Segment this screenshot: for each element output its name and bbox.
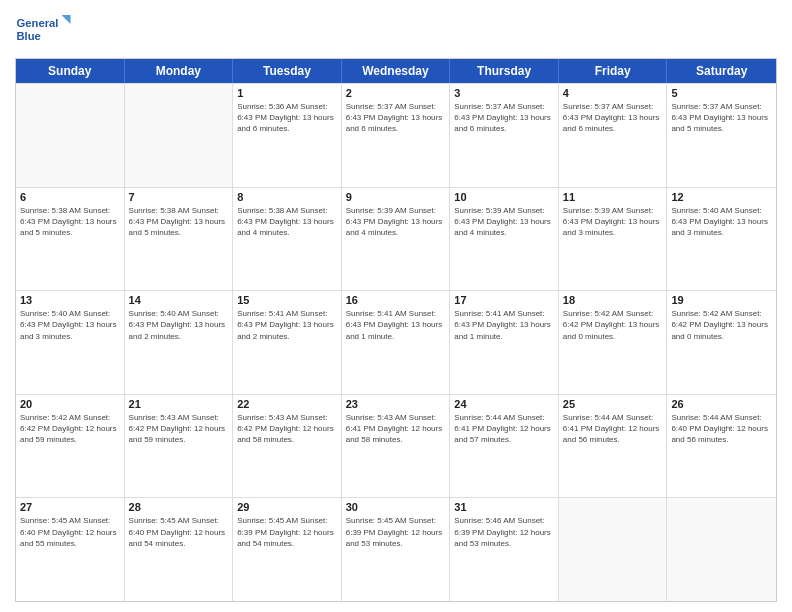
day-cell-21: 21Sunrise: 5:43 AM Sunset: 6:42 PM Dayli… — [125, 395, 234, 498]
day-info: Sunrise: 5:37 AM Sunset: 6:43 PM Dayligh… — [671, 101, 772, 135]
day-header-thursday: Thursday — [450, 59, 559, 83]
day-cell-3: 3Sunrise: 5:37 AM Sunset: 6:43 PM Daylig… — [450, 84, 559, 187]
day-cell-24: 24Sunrise: 5:44 AM Sunset: 6:41 PM Dayli… — [450, 395, 559, 498]
page: General Blue SundayMondayTuesdayWednesda… — [0, 0, 792, 612]
day-header-sunday: Sunday — [16, 59, 125, 83]
day-cell-19: 19Sunrise: 5:42 AM Sunset: 6:42 PM Dayli… — [667, 291, 776, 394]
day-cell-28: 28Sunrise: 5:45 AM Sunset: 6:40 PM Dayli… — [125, 498, 234, 601]
calendar-header: SundayMondayTuesdayWednesdayThursdayFrid… — [16, 59, 776, 83]
day-cell-6: 6Sunrise: 5:38 AM Sunset: 6:43 PM Daylig… — [16, 188, 125, 291]
day-number: 11 — [563, 191, 663, 203]
day-cell-15: 15Sunrise: 5:41 AM Sunset: 6:43 PM Dayli… — [233, 291, 342, 394]
week-row-5: 27Sunrise: 5:45 AM Sunset: 6:40 PM Dayli… — [16, 497, 776, 601]
day-number: 21 — [129, 398, 229, 410]
day-number: 3 — [454, 87, 554, 99]
day-number: 7 — [129, 191, 229, 203]
day-info: Sunrise: 5:38 AM Sunset: 6:43 PM Dayligh… — [20, 205, 120, 239]
day-header-wednesday: Wednesday — [342, 59, 451, 83]
calendar: SundayMondayTuesdayWednesdayThursdayFrid… — [15, 58, 777, 602]
day-info: Sunrise: 5:36 AM Sunset: 6:43 PM Dayligh… — [237, 101, 337, 135]
day-cell-11: 11Sunrise: 5:39 AM Sunset: 6:43 PM Dayli… — [559, 188, 668, 291]
day-number: 22 — [237, 398, 337, 410]
day-cell-16: 16Sunrise: 5:41 AM Sunset: 6:43 PM Dayli… — [342, 291, 451, 394]
day-info: Sunrise: 5:40 AM Sunset: 6:43 PM Dayligh… — [20, 308, 120, 342]
day-info: Sunrise: 5:41 AM Sunset: 6:43 PM Dayligh… — [346, 308, 446, 342]
day-info: Sunrise: 5:45 AM Sunset: 6:39 PM Dayligh… — [237, 515, 337, 549]
day-info: Sunrise: 5:43 AM Sunset: 6:41 PM Dayligh… — [346, 412, 446, 446]
day-cell-31: 31Sunrise: 5:46 AM Sunset: 6:39 PM Dayli… — [450, 498, 559, 601]
day-info: Sunrise: 5:37 AM Sunset: 6:43 PM Dayligh… — [454, 101, 554, 135]
svg-text:General: General — [17, 17, 59, 29]
header: General Blue — [15, 10, 777, 50]
day-number: 1 — [237, 87, 337, 99]
calendar-body: 1Sunrise: 5:36 AM Sunset: 6:43 PM Daylig… — [16, 83, 776, 601]
day-cell-7: 7Sunrise: 5:38 AM Sunset: 6:43 PM Daylig… — [125, 188, 234, 291]
svg-marker-2 — [62, 15, 71, 24]
week-row-3: 13Sunrise: 5:40 AM Sunset: 6:43 PM Dayli… — [16, 290, 776, 394]
day-number: 29 — [237, 501, 337, 513]
svg-text:Blue: Blue — [17, 30, 41, 42]
week-row-4: 20Sunrise: 5:42 AM Sunset: 6:42 PM Dayli… — [16, 394, 776, 498]
day-info: Sunrise: 5:37 AM Sunset: 6:43 PM Dayligh… — [346, 101, 446, 135]
day-number: 20 — [20, 398, 120, 410]
day-cell-27: 27Sunrise: 5:45 AM Sunset: 6:40 PM Dayli… — [16, 498, 125, 601]
day-cell-8: 8Sunrise: 5:38 AM Sunset: 6:43 PM Daylig… — [233, 188, 342, 291]
day-number: 26 — [671, 398, 772, 410]
day-number: 10 — [454, 191, 554, 203]
day-cell-12: 12Sunrise: 5:40 AM Sunset: 6:43 PM Dayli… — [667, 188, 776, 291]
week-row-1: 1Sunrise: 5:36 AM Sunset: 6:43 PM Daylig… — [16, 83, 776, 187]
day-info: Sunrise: 5:43 AM Sunset: 6:42 PM Dayligh… — [237, 412, 337, 446]
day-info: Sunrise: 5:44 AM Sunset: 6:40 PM Dayligh… — [671, 412, 772, 446]
day-info: Sunrise: 5:44 AM Sunset: 6:41 PM Dayligh… — [454, 412, 554, 446]
day-info: Sunrise: 5:43 AM Sunset: 6:42 PM Dayligh… — [129, 412, 229, 446]
day-number: 8 — [237, 191, 337, 203]
day-info: Sunrise: 5:39 AM Sunset: 6:43 PM Dayligh… — [563, 205, 663, 239]
day-cell-14: 14Sunrise: 5:40 AM Sunset: 6:43 PM Dayli… — [125, 291, 234, 394]
day-number: 5 — [671, 87, 772, 99]
day-cell-26: 26Sunrise: 5:44 AM Sunset: 6:40 PM Dayli… — [667, 395, 776, 498]
day-number: 12 — [671, 191, 772, 203]
day-number: 24 — [454, 398, 554, 410]
day-info: Sunrise: 5:40 AM Sunset: 6:43 PM Dayligh… — [671, 205, 772, 239]
day-info: Sunrise: 5:38 AM Sunset: 6:43 PM Dayligh… — [129, 205, 229, 239]
day-cell-23: 23Sunrise: 5:43 AM Sunset: 6:41 PM Dayli… — [342, 395, 451, 498]
day-number: 28 — [129, 501, 229, 513]
day-info: Sunrise: 5:45 AM Sunset: 6:39 PM Dayligh… — [346, 515, 446, 549]
day-info: Sunrise: 5:42 AM Sunset: 6:42 PM Dayligh… — [563, 308, 663, 342]
day-cell-10: 10Sunrise: 5:39 AM Sunset: 6:43 PM Dayli… — [450, 188, 559, 291]
day-cell-9: 9Sunrise: 5:39 AM Sunset: 6:43 PM Daylig… — [342, 188, 451, 291]
day-number: 18 — [563, 294, 663, 306]
day-cell-17: 17Sunrise: 5:41 AM Sunset: 6:43 PM Dayli… — [450, 291, 559, 394]
day-info: Sunrise: 5:44 AM Sunset: 6:41 PM Dayligh… — [563, 412, 663, 446]
empty-cell-w0-0 — [16, 84, 125, 187]
day-info: Sunrise: 5:39 AM Sunset: 6:43 PM Dayligh… — [454, 205, 554, 239]
day-number: 31 — [454, 501, 554, 513]
day-info: Sunrise: 5:46 AM Sunset: 6:39 PM Dayligh… — [454, 515, 554, 549]
empty-cell-w4-6 — [667, 498, 776, 601]
day-cell-2: 2Sunrise: 5:37 AM Sunset: 6:43 PM Daylig… — [342, 84, 451, 187]
day-number: 9 — [346, 191, 446, 203]
day-number: 15 — [237, 294, 337, 306]
logo-svg: General Blue — [15, 10, 75, 50]
week-row-2: 6Sunrise: 5:38 AM Sunset: 6:43 PM Daylig… — [16, 187, 776, 291]
empty-cell-w0-1 — [125, 84, 234, 187]
day-header-monday: Monday — [125, 59, 234, 83]
logo: General Blue — [15, 10, 75, 50]
day-number: 27 — [20, 501, 120, 513]
day-cell-20: 20Sunrise: 5:42 AM Sunset: 6:42 PM Dayli… — [16, 395, 125, 498]
day-header-tuesday: Tuesday — [233, 59, 342, 83]
day-number: 19 — [671, 294, 772, 306]
day-number: 23 — [346, 398, 446, 410]
day-info: Sunrise: 5:41 AM Sunset: 6:43 PM Dayligh… — [237, 308, 337, 342]
day-header-saturday: Saturday — [667, 59, 776, 83]
day-cell-22: 22Sunrise: 5:43 AM Sunset: 6:42 PM Dayli… — [233, 395, 342, 498]
day-number: 14 — [129, 294, 229, 306]
day-info: Sunrise: 5:39 AM Sunset: 6:43 PM Dayligh… — [346, 205, 446, 239]
day-cell-1: 1Sunrise: 5:36 AM Sunset: 6:43 PM Daylig… — [233, 84, 342, 187]
day-number: 4 — [563, 87, 663, 99]
day-number: 25 — [563, 398, 663, 410]
day-cell-13: 13Sunrise: 5:40 AM Sunset: 6:43 PM Dayli… — [16, 291, 125, 394]
day-cell-25: 25Sunrise: 5:44 AM Sunset: 6:41 PM Dayli… — [559, 395, 668, 498]
day-info: Sunrise: 5:42 AM Sunset: 6:42 PM Dayligh… — [20, 412, 120, 446]
day-header-friday: Friday — [559, 59, 668, 83]
